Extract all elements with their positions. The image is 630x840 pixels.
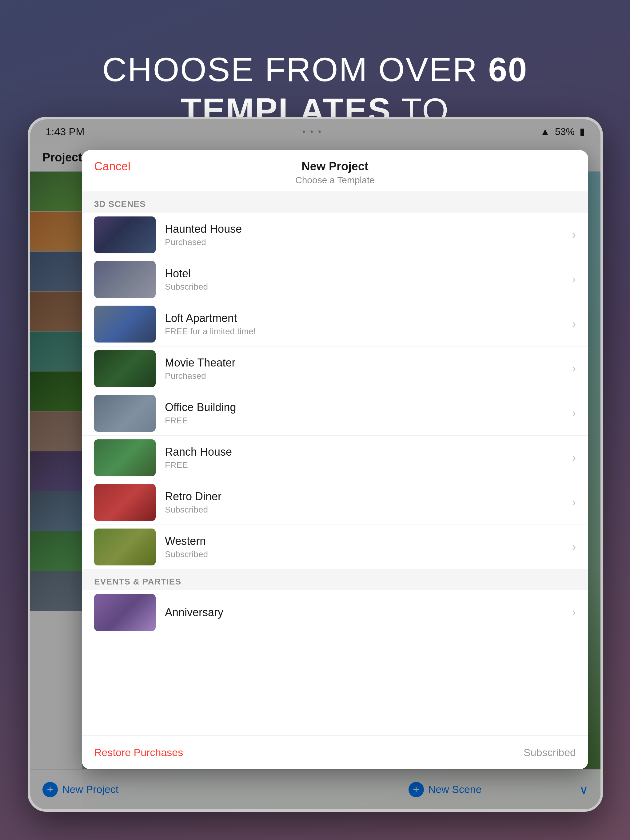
section-header-events-parties: EVENTS & PARTIES bbox=[82, 569, 588, 591]
template-badge-haunted-house: Purchased bbox=[165, 237, 563, 247]
modal-header: Cancel New Project Choose a Template bbox=[82, 150, 588, 192]
chevron-right-icon: › bbox=[572, 229, 576, 242]
cancel-button[interactable]: Cancel bbox=[94, 160, 130, 173]
template-info-hotel: Hotel Subscribed bbox=[165, 267, 563, 292]
template-thumb-hotel bbox=[94, 261, 156, 298]
template-row-western[interactable]: Western Subscribed › bbox=[82, 525, 588, 569]
template-row-office-building[interactable]: Office Building FREE › bbox=[82, 391, 588, 436]
section-header-3d-scenes: 3D SCENES bbox=[82, 192, 588, 213]
chevron-right-icon: › bbox=[572, 407, 576, 420]
modal-title: New Project bbox=[94, 160, 576, 173]
template-info-movie-theater: Movie Theater Purchased bbox=[165, 356, 563, 381]
template-name-movie-theater: Movie Theater bbox=[165, 356, 563, 369]
chevron-right-icon: › bbox=[572, 273, 576, 286]
template-info-loft-apartment: Loft Apartment FREE for a limited time! bbox=[165, 312, 563, 336]
template-thumb-haunted-house bbox=[94, 216, 156, 253]
template-name-hotel: Hotel bbox=[165, 267, 563, 280]
chevron-right-icon: › bbox=[572, 317, 576, 330]
template-row-ranch-house[interactable]: Ranch House FREE › bbox=[82, 436, 588, 480]
template-row-haunted-house[interactable]: Haunted House Purchased › bbox=[82, 213, 588, 257]
template-thumb-movie-theater bbox=[94, 350, 156, 387]
template-row-hotel[interactable]: Hotel Subscribed › bbox=[82, 257, 588, 302]
template-thumb-western bbox=[94, 529, 156, 565]
subscribed-status-label: Subscribed bbox=[524, 747, 576, 758]
template-row-loft-apartment[interactable]: Loft Apartment FREE for a limited time! … bbox=[82, 302, 588, 346]
ipad-frame: 1:43 PM • • • ▲ 53% ▮ Projects ⇅ Forest … bbox=[28, 117, 603, 812]
restore-purchases-button[interactable]: Restore Purchases bbox=[94, 747, 183, 758]
template-badge-office-building: FREE bbox=[165, 416, 563, 426]
template-row-movie-theater[interactable]: Movie Theater Purchased › bbox=[82, 346, 588, 391]
header-line1-normal: CHOOSE FROM OVER bbox=[102, 51, 488, 88]
modal-sheet: Cancel New Project Choose a Template 3D … bbox=[82, 150, 588, 769]
chevron-right-icon: › bbox=[572, 496, 576, 509]
template-row-anniversary[interactable]: Anniversary › bbox=[82, 591, 588, 635]
chevron-right-icon: › bbox=[572, 606, 576, 619]
template-info-haunted-house: Haunted House Purchased bbox=[165, 223, 563, 247]
template-badge-movie-theater: Purchased bbox=[165, 371, 563, 381]
template-info-western: Western Subscribed bbox=[165, 535, 563, 559]
template-row-retro-diner[interactable]: Retro Diner Subscribed › bbox=[82, 480, 588, 525]
gltf-row[interactable]: GLTF Test bbox=[30, 809, 600, 812]
template-badge-retro-diner: Subscribed bbox=[165, 505, 563, 515]
template-info-office-building: Office Building FREE bbox=[165, 401, 563, 426]
template-thumb-loft-apartment bbox=[94, 306, 156, 343]
template-info-retro-diner: Retro Diner Subscribed bbox=[165, 490, 563, 515]
chevron-right-icon: › bbox=[572, 452, 576, 464]
template-name-retro-diner: Retro Diner bbox=[165, 490, 563, 503]
chevron-right-icon: › bbox=[572, 540, 576, 553]
modal-scroll-area[interactable]: 3D SCENES Haunted House Purchased › Hote… bbox=[82, 192, 588, 736]
template-name-haunted-house: Haunted House bbox=[165, 223, 563, 235]
template-thumb-anniversary bbox=[94, 594, 156, 631]
template-name-ranch-house: Ranch House bbox=[165, 445, 563, 458]
template-thumb-retro-diner bbox=[94, 484, 156, 521]
template-info-anniversary: Anniversary bbox=[165, 606, 563, 619]
template-badge-hotel: Subscribed bbox=[165, 282, 563, 292]
template-badge-western: Subscribed bbox=[165, 549, 563, 559]
modal-subtitle: Choose a Template bbox=[94, 175, 576, 185]
template-name-loft-apartment: Loft Apartment bbox=[165, 312, 563, 325]
template-info-ranch-house: Ranch House FREE bbox=[165, 445, 563, 470]
template-thumb-ranch-house bbox=[94, 439, 156, 476]
template-name-anniversary: Anniversary bbox=[165, 606, 563, 619]
template-badge-loft-apartment: FREE for a limited time! bbox=[165, 327, 563, 336]
template-thumb-office-building bbox=[94, 395, 156, 432]
modal-bottom-bar: Restore Purchases Subscribed bbox=[82, 736, 588, 769]
template-name-western: Western bbox=[165, 535, 563, 548]
template-name-office-building: Office Building bbox=[165, 401, 563, 414]
template-badge-ranch-house: FREE bbox=[165, 460, 563, 470]
chevron-right-icon: › bbox=[572, 362, 576, 375]
